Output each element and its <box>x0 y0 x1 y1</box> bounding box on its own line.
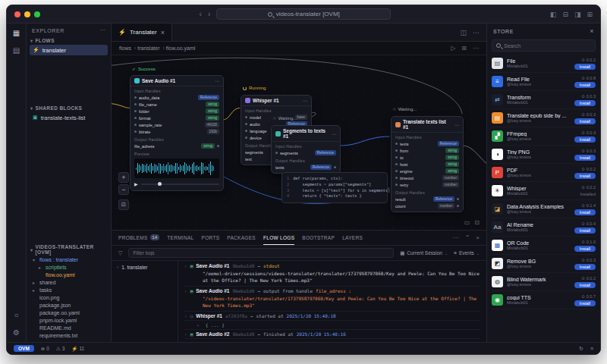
editor-more-icon[interactable]: ⋯ <box>473 29 480 36</box>
run-flow-icon[interactable]: ▷ <box>451 45 455 52</box>
zoom-in-button[interactable]: + <box>118 172 129 183</box>
log-group-item[interactable]: › 1. translater <box>117 265 172 270</box>
handle-port[interactable] <box>334 166 336 168</box>
output-handle-row[interactable]: count number <box>392 202 463 209</box>
file-tree-item[interactable]: icon.png <box>27 293 111 301</box>
minimap-icon[interactable]: ▭ <box>464 219 470 226</box>
maximize-window-button[interactable] <box>34 11 40 17</box>
panel-tab[interactable]: PROBLEMS 14 <box>118 231 159 245</box>
install-button[interactable]: Install <box>574 264 596 270</box>
expand-chevron-icon[interactable]: › <box>184 331 187 337</box>
blocks-icon[interactable]: ▤ <box>13 46 20 55</box>
store-item[interactable]: ▤ Translate epub side by ... @lusy.smsvs… <box>492 109 596 127</box>
flow-item-translater[interactable]: ⚡ translater <box>30 45 108 55</box>
expand-chevron-icon[interactable]: › <box>184 263 187 268</box>
seek-slider[interactable] <box>141 184 219 185</box>
ovm-badge[interactable]: OVM <box>14 345 34 352</box>
install-button[interactable]: Install <box>574 300 596 306</box>
toggle-right-panel-icon[interactable]: ◨ <box>574 11 581 18</box>
handle-port[interactable] <box>395 170 398 172</box>
node-translate-texts-list-1[interactable]: ○ Waiting... Translate texts list #1 ⋯ I… <box>391 116 464 212</box>
handle-port[interactable] <box>134 103 137 105</box>
minimize-window-button[interactable] <box>24 11 30 17</box>
input-handle-row[interactable]: retry number <box>392 181 463 188</box>
store-search-input[interactable] <box>504 43 591 49</box>
log-row[interactable]: › ▤ Save Audio #2 9beba1d9 → finished at… <box>184 330 480 339</box>
install-button[interactable]: Install <box>574 173 596 179</box>
node-segments-to-texts-1[interactable]: ○ Waiting... Segments to texts #1 ⋯ Inpu… <box>271 125 341 174</box>
panel-close-icon[interactable]: × <box>476 234 480 241</box>
store-item[interactable]: ▞ FFmpeg @lusy.smsvs ⊙0.0.3 Install <box>492 127 596 146</box>
history-back-icon[interactable]: ‹ <box>200 11 202 18</box>
explorer-more-icon[interactable]: ⋯ <box>99 27 105 33</box>
install-button[interactable]: Install <box>574 282 596 288</box>
scriptlet-code-editor[interactable]: 1 def run(params, ctx): 2 segments = par… <box>281 172 388 203</box>
install-button[interactable]: Installed <box>580 191 596 197</box>
log-row[interactable]: » { ... } <box>184 321 480 330</box>
panel-tab[interactable]: TERMINAL <box>167 231 193 245</box>
node-more-icon[interactable]: ⋯ <box>454 122 459 127</box>
input-handle-row[interactable]: format string <box>131 115 223 121</box>
install-button[interactable]: Install <box>574 155 596 161</box>
fit-view-button[interactable]: ⊡ <box>118 199 129 210</box>
node-more-icon[interactable]: ⋯ <box>215 78 219 83</box>
close-tab-icon[interactable]: × <box>161 29 165 36</box>
install-button[interactable]: Install <box>574 118 596 124</box>
shared-block-item[interactable]: ▣ translate-texts-list <box>30 112 108 123</box>
output-handle-row[interactable]: texts Reference <box>272 164 340 171</box>
layout-grid-icon[interactable]: ⊞ <box>587 11 593 18</box>
breadcrumb-item[interactable]: flow.oo.yaml › <box>166 46 196 51</box>
expand-chevron-icon[interactable]: › <box>184 313 187 318</box>
breadcrumb-item[interactable]: translater › <box>137 46 166 51</box>
titlebar-search[interactable]: videos-translater [OVM] <box>216 8 391 20</box>
log-row[interactable]: › ○ Whisper #1 a7293f8a → started at 202… <box>184 312 480 321</box>
handle-port[interactable] <box>217 145 219 147</box>
settings-gear-icon[interactable]: ⚙ <box>13 328 20 337</box>
input-handle-row[interactable]: sample_rate 44100 <box>131 121 223 128</box>
handle-port[interactable] <box>395 177 398 179</box>
error-count[interactable]: ⊗0 <box>41 346 49 352</box>
handle-port[interactable] <box>395 143 398 145</box>
handle-port[interactable] <box>457 198 459 200</box>
handle-port[interactable] <box>245 116 247 118</box>
sync-icon[interactable]: ↻ <box>579 346 583 352</box>
install-button[interactable]: Install <box>574 82 596 88</box>
file-tree-item[interactable]: pnpm-lock.yaml <box>27 316 111 324</box>
handle-port[interactable] <box>457 205 459 207</box>
panel-tab[interactable]: PACKAGES <box>227 231 256 245</box>
input-handle-row[interactable]: segments Reference <box>272 149 340 156</box>
close-store-icon[interactable]: × <box>590 27 594 35</box>
install-button[interactable]: Install <box>574 136 596 143</box>
tab-translater[interactable]: ⚡ Translater × <box>112 24 172 41</box>
output-handle-row[interactable]: result Reference <box>392 196 463 202</box>
input-handle-row[interactable]: file_name string <box>131 101 223 108</box>
toggle-bottom-panel-icon[interactable]: ⊟ <box>562 11 568 18</box>
task-count[interactable]: ⚡11 <box>71 346 84 352</box>
handle-port[interactable] <box>245 123 247 125</box>
handle-port[interactable] <box>245 130 247 132</box>
close-window-button[interactable] <box>14 11 20 17</box>
node-more-icon[interactable]: ⋯ <box>332 131 336 136</box>
panel-more-icon[interactable]: ⋯ <box>453 234 459 241</box>
toggle-left-panel-icon[interactable]: ◧ <box>550 11 557 18</box>
handle-port[interactable] <box>395 156 398 158</box>
handle-port[interactable] <box>395 149 398 152</box>
handle-port[interactable] <box>134 124 137 126</box>
zoom-out-button[interactable]: − <box>118 184 129 195</box>
install-button[interactable]: Install <box>574 64 596 70</box>
file-tree-item[interactable]: package.oo.yaml <box>27 309 111 316</box>
file-tree-item[interactable]: ▸ scriptlets <box>27 263 111 271</box>
panel-tab[interactable]: PORTS <box>202 231 220 245</box>
input-handle-row[interactable]: to string <box>392 154 463 161</box>
handle-port[interactable] <box>395 184 398 186</box>
install-button[interactable]: Install <box>574 100 596 106</box>
store-item[interactable]: ⇄ Transform Mixlabcb01 ⊙0.0.3 Install <box>492 91 596 109</box>
panel-tab[interactable]: LAYERS <box>342 231 363 245</box>
input-handle-row[interactable]: engine string <box>392 168 463 174</box>
handle-port[interactable] <box>134 130 137 133</box>
node-more-icon[interactable]: ⋯ <box>303 98 307 103</box>
file-tree-item[interactable]: flow.oo.yaml <box>27 271 111 278</box>
warning-count[interactable]: ⚠3 <box>56 346 64 352</box>
install-button[interactable]: Install <box>574 246 596 252</box>
input-handle-row[interactable]: folder string <box>131 108 223 115</box>
